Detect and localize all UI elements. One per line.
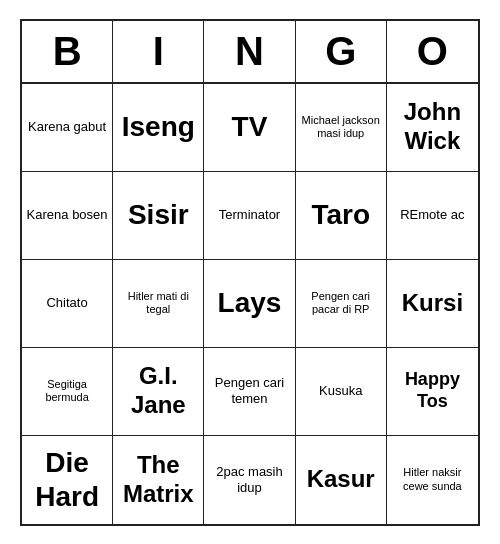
bingo-cell: Taro <box>296 172 387 260</box>
bingo-cell: Happy Tos <box>387 348 478 436</box>
bingo-cell: Pengen cari pacar di RP <box>296 260 387 348</box>
header-letter: G <box>296 21 387 82</box>
bingo-cell: Segitiga bermuda <box>22 348 113 436</box>
bingo-cell: Hitler mati di tegal <box>113 260 204 348</box>
bingo-cell: Hitler naksir cewe sunda <box>387 436 478 524</box>
bingo-cell: John Wick <box>387 84 478 172</box>
bingo-cell: Pengen cari temen <box>204 348 295 436</box>
bingo-cell: Lays <box>204 260 295 348</box>
bingo-cell: Kursi <box>387 260 478 348</box>
header-letter: N <box>204 21 295 82</box>
bingo-cell: TV <box>204 84 295 172</box>
bingo-cell: Kusuka <box>296 348 387 436</box>
header-letter: I <box>113 21 204 82</box>
bingo-cell: G.I. Jane <box>113 348 204 436</box>
bingo-cell: The Matrix <box>113 436 204 524</box>
bingo-cell: Kasur <box>296 436 387 524</box>
bingo-cell: Die Hard <box>22 436 113 524</box>
bingo-grid: Karena gabutIsengTVMichael jackson masi … <box>22 84 478 524</box>
bingo-cell: Sisir <box>113 172 204 260</box>
bingo-cell: Chitato <box>22 260 113 348</box>
bingo-header: BINGO <box>22 21 478 84</box>
header-letter: B <box>22 21 113 82</box>
bingo-cell: Michael jackson masi idup <box>296 84 387 172</box>
bingo-cell: Terminator <box>204 172 295 260</box>
bingo-cell: Karena bosen <box>22 172 113 260</box>
header-letter: O <box>387 21 478 82</box>
bingo-cell: Iseng <box>113 84 204 172</box>
bingo-card: BINGO Karena gabutIsengTVMichael jackson… <box>20 19 480 526</box>
bingo-cell: 2pac masih idup <box>204 436 295 524</box>
bingo-cell: Karena gabut <box>22 84 113 172</box>
bingo-cell: REmote ac <box>387 172 478 260</box>
